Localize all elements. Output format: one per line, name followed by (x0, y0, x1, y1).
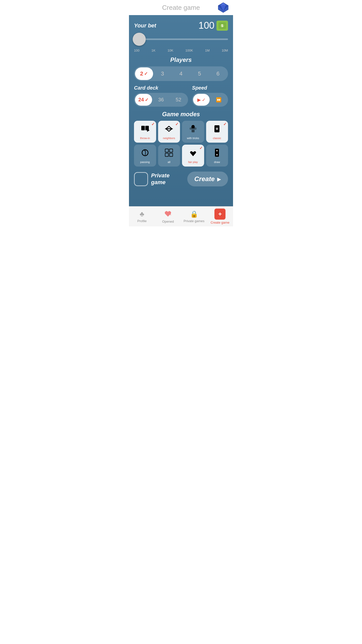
with-tricks-icon (188, 124, 198, 135)
bottom-nav: ♣ Profile Opened 🔒 Private games + Creat… (129, 206, 233, 226)
mode-throw-in[interactable]: ✓ throw-in (134, 121, 156, 143)
svg-point-17 (216, 128, 218, 130)
svg-marker-12 (166, 129, 172, 131)
club-icon: ♣ (140, 210, 144, 218)
neighbors-check: ✓ (175, 122, 178, 127)
deck-option-52[interactable]: 52 (170, 94, 187, 106)
private-game-checkbox[interactable] (134, 172, 148, 186)
all-label: all (168, 160, 170, 164)
bet-value-container: 100 $ (199, 20, 228, 31)
bet-value: 100 (199, 20, 214, 31)
bet-slider[interactable] (134, 33, 228, 46)
passing-label: passing (140, 160, 150, 164)
player-option-6[interactable]: 6 (209, 67, 227, 80)
classic-check: ✓ (223, 122, 227, 127)
card-deck-label: Card deck (134, 85, 188, 91)
player-option-2[interactable]: 2 ✓ (135, 67, 153, 80)
svg-line-27 (170, 214, 171, 215)
speed-selector: ▶ ✓ ⏩ (192, 93, 228, 107)
gem-icon (217, 2, 229, 13)
private-game-label: Private game (151, 172, 169, 186)
svg-rect-14 (192, 130, 195, 132)
mode-classic[interactable]: ✓ classic (206, 121, 228, 143)
svg-rect-19 (165, 149, 168, 152)
player-option-5[interactable]: 5 (191, 67, 209, 80)
fair-play-icon (188, 148, 198, 159)
svg-rect-22 (169, 153, 173, 156)
slider-track (134, 38, 228, 40)
bottom-row: Private game Create ▶ (134, 172, 228, 186)
nav-profile[interactable]: ♣ Profile (129, 207, 155, 226)
slider-label-100k: 100K (185, 49, 193, 52)
draw-label: draw (214, 160, 220, 164)
lock-icon: 🔒 (190, 210, 198, 218)
players-selector: 2 ✓ 3 4 5 6 (134, 66, 228, 81)
speed-option-normal[interactable]: ▶ ✓ (193, 94, 210, 106)
svg-rect-21 (165, 153, 168, 156)
bet-header: Your bet 100 $ (134, 20, 228, 31)
fair-play-check: ✓ (199, 146, 203, 150)
classic-icon (212, 124, 222, 135)
game-modes-title: Game modes (134, 111, 228, 118)
mode-passing[interactable]: passing (134, 145, 156, 167)
check-icon: ✓ (144, 71, 148, 76)
passing-icon (140, 148, 150, 159)
nav-profile-label: Profile (137, 219, 147, 223)
throw-in-check: ✓ (151, 122, 155, 127)
deck-speed-row: Card deck 24 ✓ 36 52 Speed ▶ ✓ ⏩ (134, 85, 228, 107)
mode-neighbors[interactable]: ✓ neighbors (158, 121, 180, 143)
deck-option-24[interactable]: 24 ✓ (135, 94, 152, 106)
players-section: Players 2 ✓ 3 4 5 6 (134, 56, 228, 81)
svg-rect-8 (141, 126, 145, 130)
player-option-4[interactable]: 4 (172, 67, 190, 80)
nav-private-games[interactable]: 🔒 Private games (181, 207, 207, 226)
slider-label-1k: 1K (152, 49, 156, 52)
play-icon: ▶ (197, 97, 201, 103)
game-modes-section: Game modes ✓ throw-in ✓ ne (134, 111, 228, 167)
nav-opened[interactable]: Opened (155, 207, 181, 226)
speed-section: Speed ▶ ✓ ⏩ (192, 85, 228, 107)
nav-private-games-label: Private games (184, 219, 204, 223)
deck-option-36[interactable]: 36 (153, 94, 170, 106)
fast-forward-icon: ⏩ (216, 97, 221, 102)
classic-label: classic (213, 137, 221, 140)
speed-label: Speed (192, 85, 228, 91)
svg-text:$: $ (221, 24, 223, 28)
slider-thumb[interactable] (133, 33, 146, 46)
draw-icon (212, 148, 222, 159)
neighbors-label: neighbors (163, 137, 175, 140)
svg-point-25 (216, 154, 218, 155)
all-icon (164, 148, 174, 159)
main-content: Your bet 100 $ 100 1K 10K 1 (129, 15, 233, 206)
svg-rect-23 (215, 149, 219, 157)
page-title: Create game (162, 4, 200, 12)
mode-draw[interactable]: draw (206, 145, 228, 167)
nav-opened-label: Opened (162, 220, 174, 223)
create-button[interactable]: Create ▶ (187, 172, 228, 186)
speed-check-icon: ✓ (202, 97, 206, 103)
card-deck-selector: 24 ✓ 36 52 (134, 93, 188, 107)
create-button-label: Create (194, 175, 215, 183)
deck-check-icon: ✓ (145, 97, 149, 103)
throw-in-label: throw-in (140, 137, 150, 140)
svg-point-15 (192, 125, 194, 128)
slider-label-10m: 10M (222, 49, 228, 52)
money-icon: $ (216, 21, 228, 31)
neighbors-icon (164, 124, 174, 135)
player-option-3[interactable]: 3 (154, 67, 172, 80)
svg-point-24 (216, 150, 218, 151)
bet-label: Your bet (134, 22, 156, 29)
mode-all[interactable]: all (158, 145, 180, 167)
mode-fair-play[interactable]: ✓ fair play (182, 145, 204, 167)
create-button-arrow-icon: ▶ (217, 176, 221, 182)
slider-labels: 100 1K 10K 100K 1M 10M (134, 49, 228, 52)
with-tricks-label: with tricks (187, 137, 199, 140)
fair-play-label: fair play (188, 160, 198, 164)
mode-with-tricks[interactable]: with tricks (182, 121, 204, 143)
header: Create game (129, 0, 233, 15)
svg-rect-20 (169, 149, 173, 152)
nav-create-game[interactable]: + Create game (207, 207, 233, 226)
speed-option-fast[interactable]: ⏩ (210, 94, 227, 106)
deck-section: Card deck 24 ✓ 36 52 (134, 85, 188, 107)
slider-label-1m: 1M (205, 49, 210, 52)
